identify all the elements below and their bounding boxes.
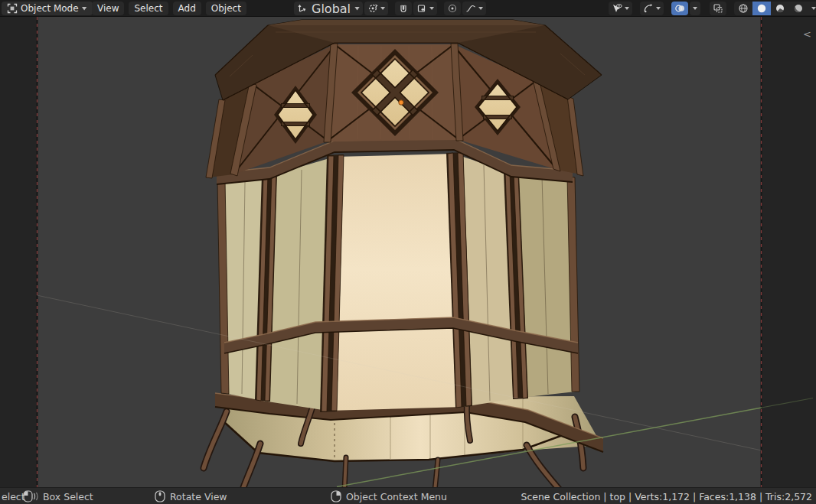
menu-bar: View Select Add Object xyxy=(92,2,246,15)
chevron-down-icon xyxy=(429,7,434,10)
material-shading-button[interactable] xyxy=(771,2,789,15)
rendered-shading-icon xyxy=(793,3,804,14)
orientation-label: Global xyxy=(310,2,352,16)
chevron-down-icon xyxy=(811,7,816,10)
status-hint-select-partial: elect xyxy=(2,488,25,504)
solid-shading-icon xyxy=(756,3,767,14)
viewport-3d[interactable]: < xyxy=(0,17,816,487)
snap-target-icon xyxy=(416,3,427,14)
chevron-down-icon xyxy=(625,7,629,10)
pivot-dropdown[interactable] xyxy=(364,2,388,15)
chevron-down-icon xyxy=(693,7,697,10)
lantern-model xyxy=(204,20,603,487)
overlays-toggle[interactable] xyxy=(671,2,688,15)
wireframe-shading-button[interactable] xyxy=(734,2,752,15)
gizmo-icon xyxy=(643,3,654,14)
status-hint-box-select: Box Select xyxy=(23,488,93,504)
menu-object[interactable]: Object xyxy=(206,2,246,15)
chevron-down-icon xyxy=(354,7,360,11)
visibility-dropdown[interactable] xyxy=(609,2,632,15)
shading-dropdown[interactable] xyxy=(808,2,816,15)
rendered-shading-button[interactable] xyxy=(789,2,808,15)
xray-toggle[interactable] xyxy=(710,2,726,15)
mouse-left-drag-icon xyxy=(23,490,38,502)
gizmo-dropdown[interactable] xyxy=(640,2,664,15)
status-hint-rotate-view: Rotate View xyxy=(155,488,227,504)
falloff-dropdown[interactable] xyxy=(462,2,486,15)
pivot-point-icon xyxy=(367,3,378,14)
falloff-curve-icon xyxy=(465,3,476,14)
sidebar-toggle-chevron[interactable]: < xyxy=(803,29,811,39)
display-options-group xyxy=(609,2,816,15)
orientation-axes-icon xyxy=(297,3,308,14)
menu-select[interactable]: Select xyxy=(129,2,168,15)
menu-add[interactable]: Add xyxy=(173,2,201,15)
proportional-editing-icon xyxy=(447,3,458,14)
chevron-down-icon xyxy=(656,7,661,10)
mode-label: Object Mode xyxy=(21,3,79,14)
mouse-middle-icon xyxy=(155,490,165,502)
overlays-icon xyxy=(674,3,685,14)
transform-snap-group: Global xyxy=(294,2,486,15)
overlays-dropdown[interactable] xyxy=(690,2,700,15)
xray-icon xyxy=(713,3,723,14)
visibility-icon xyxy=(612,3,622,14)
blender-window: Object Mode View Select Add Object Globa… xyxy=(0,0,816,504)
object-origin-dot xyxy=(399,100,403,105)
chevron-down-icon xyxy=(380,7,385,10)
chevron-down-icon xyxy=(478,7,483,10)
shading-mode-group xyxy=(734,2,816,15)
proportional-editing-toggle[interactable] xyxy=(444,2,461,15)
mouse-right-icon xyxy=(331,490,341,502)
status-hint-context-menu: Object Context Menu xyxy=(331,488,447,504)
viewport-header: Object Mode View Select Add Object Globa… xyxy=(0,0,816,17)
wireframe-shading-icon xyxy=(738,3,749,14)
magnet-icon xyxy=(398,3,409,14)
material-shading-icon xyxy=(775,3,785,14)
solid-shading-button[interactable] xyxy=(752,2,771,15)
chevron-down-icon xyxy=(82,7,87,11)
snap-toggle-button[interactable] xyxy=(395,2,412,15)
orientation-dropdown[interactable]: Global xyxy=(294,2,363,15)
mode-dropdown[interactable]: Object Mode xyxy=(2,2,93,15)
snap-target-dropdown[interactable] xyxy=(413,2,437,15)
menu-view[interactable]: View xyxy=(92,2,124,15)
scene-statistics: Scene Collection | top | Verts:1,172 | F… xyxy=(521,488,812,504)
viewport-canvas xyxy=(0,17,816,487)
object-mode-icon xyxy=(7,3,18,14)
status-bar: elect Box Select Rotate View Object xyxy=(0,487,816,504)
